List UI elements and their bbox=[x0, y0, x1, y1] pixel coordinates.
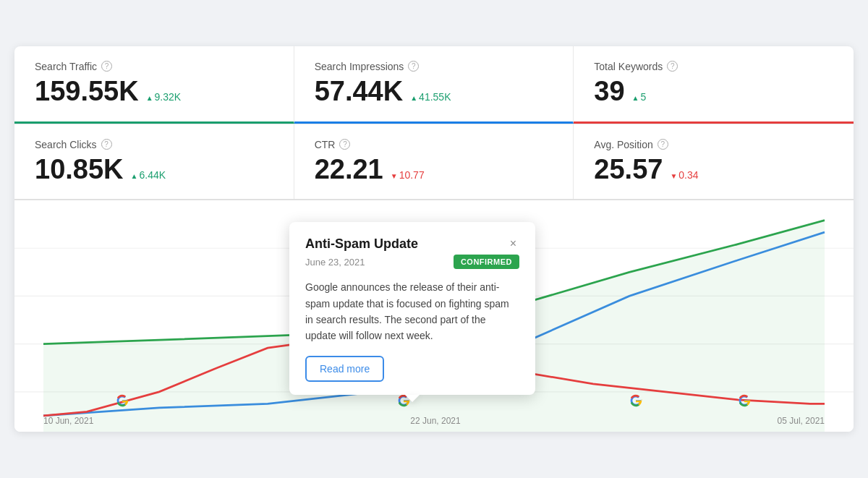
metric-value-row-clicks: 10.85K 6.44K bbox=[35, 155, 273, 185]
google-icon-4[interactable] bbox=[736, 393, 752, 409]
metric-delta-clicks: 6.44K bbox=[131, 169, 166, 181]
metric-value-avg-position: 25.57 bbox=[594, 155, 663, 185]
metric-title-avg-position: Avg. Position ? bbox=[594, 139, 833, 150]
confirmed-badge: CONFIRMED bbox=[454, 255, 519, 269]
date-label-3: 05 Jul, 2021 bbox=[778, 416, 825, 426]
arrow-up-clicks bbox=[131, 169, 138, 181]
metric-title-impressions: Search Impressions ? bbox=[315, 61, 553, 72]
metric-value-search-traffic: 159.55K bbox=[35, 77, 139, 107]
metric-search-clicks: Search Clicks ? 10.85K 6.44K bbox=[14, 124, 294, 200]
metric-delta-impressions: 41.55K bbox=[410, 91, 451, 103]
help-icon-clicks[interactable]: ? bbox=[101, 139, 112, 150]
popup-close-button[interactable]: × bbox=[507, 236, 519, 251]
metrics-row-2: Search Clicks ? 10.85K 6.44K CTR ? 22.21 bbox=[14, 124, 854, 201]
popup-anti-spam: Anti-Spam Update × June 23, 2021 CONFIRM… bbox=[289, 222, 535, 395]
metric-value-row-ctr: 22.21 10.77 bbox=[315, 155, 553, 185]
dashboard: Search Traffic ? 159.55K 9.32K Search Im… bbox=[14, 46, 854, 432]
metrics-row-1: Search Traffic ? 159.55K 9.32K Search Im… bbox=[14, 46, 854, 124]
read-more-button[interactable]: Read more bbox=[305, 356, 384, 382]
date-labels: 10 Jun, 2021 22 Jun, 2021 05 Jul, 2021 bbox=[14, 416, 854, 426]
metric-value-ctr: 22.21 bbox=[315, 155, 383, 185]
metric-value-row-keywords: 39 5 bbox=[594, 77, 833, 107]
popup-header: Anti-Spam Update × bbox=[305, 236, 519, 252]
metric-value-row-impressions: 57.44K 41.55K bbox=[315, 77, 553, 107]
metric-ctr: CTR ? 22.21 10.77 bbox=[294, 124, 574, 200]
metric-search-traffic: Search Traffic ? 159.55K 9.32K bbox=[14, 46, 294, 124]
metric-value-clicks: 10.85K bbox=[35, 155, 124, 185]
metric-delta-avg-position: 0.34 bbox=[670, 169, 698, 181]
help-icon-ctr[interactable]: ? bbox=[339, 139, 350, 150]
help-icon-search-traffic[interactable]: ? bbox=[101, 61, 112, 72]
popup-title: Anti-Spam Update bbox=[305, 236, 418, 252]
metric-delta-search-traffic: 9.32K bbox=[146, 91, 182, 103]
metric-total-keywords: Total Keywords ? 39 5 bbox=[574, 46, 854, 124]
metric-value-impressions: 57.44K bbox=[315, 77, 404, 107]
metric-search-impressions: Search Impressions ? 57.44K 41.55K bbox=[294, 46, 574, 124]
help-icon-impressions[interactable]: ? bbox=[408, 61, 419, 72]
arrow-up-traffic bbox=[146, 91, 153, 103]
date-label-1: 10 Jun, 2021 bbox=[43, 416, 93, 426]
metric-delta-ctr: 10.77 bbox=[391, 169, 425, 181]
date-label-2: 22 Jun, 2021 bbox=[410, 416, 460, 426]
chart-area: 10 Jun, 2021 22 Jun, 2021 05 Jul, 2021 bbox=[14, 200, 854, 432]
google-icon-3[interactable] bbox=[628, 393, 644, 409]
metric-value-row-avg-position: 25.57 0.34 bbox=[594, 155, 833, 185]
metric-avg-position: Avg. Position ? 25.57 0.34 bbox=[574, 124, 854, 200]
metric-delta-keywords: 5 bbox=[632, 91, 647, 103]
help-icon-keywords[interactable]: ? bbox=[667, 61, 678, 72]
metric-title-search-traffic: Search Traffic ? bbox=[35, 61, 273, 72]
arrow-up-impressions bbox=[410, 91, 417, 103]
arrow-up-keywords bbox=[632, 91, 639, 103]
popup-date: June 23, 2021 bbox=[305, 257, 365, 268]
metric-value-keywords: 39 bbox=[594, 77, 624, 107]
arrow-down-avg-position bbox=[670, 169, 677, 181]
arrow-down-ctr bbox=[391, 169, 398, 181]
popup-date-row: June 23, 2021 CONFIRMED bbox=[305, 255, 519, 269]
popup-body: Google announces the release of their an… bbox=[305, 279, 519, 344]
metric-title-ctr: CTR ? bbox=[315, 139, 553, 150]
google-icon-1[interactable] bbox=[114, 393, 130, 409]
metric-title-clicks: Search Clicks ? bbox=[35, 139, 273, 150]
help-icon-avg-position[interactable]: ? bbox=[658, 139, 668, 150]
metric-value-row-traffic: 159.55K 9.32K bbox=[35, 77, 273, 107]
metric-title-keywords: Total Keywords ? bbox=[594, 61, 833, 72]
